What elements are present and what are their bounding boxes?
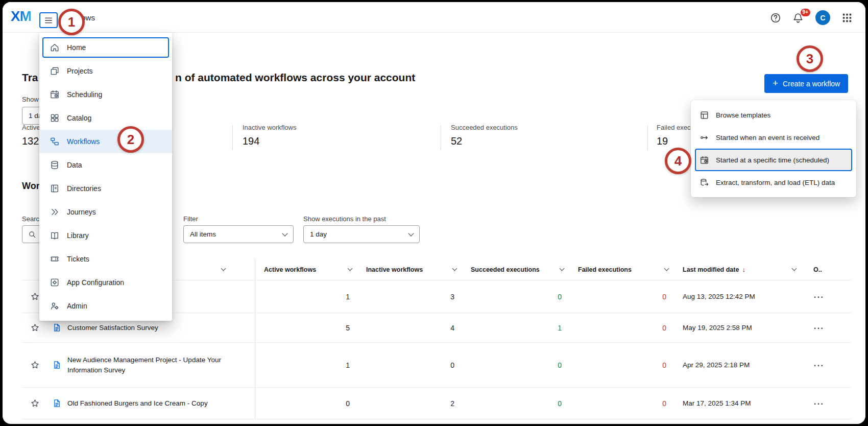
sort-desc-icon: ↓ [742,266,745,273]
journeys-icon [50,207,60,217]
failed-executions-count: 0 [569,388,673,419]
nav-item-library[interactable]: Library [39,224,172,247]
help-button[interactable] [769,11,783,25]
nav-item-home[interactable]: Home [42,37,169,58]
last-modified-date: Aug 13, 2025 12:42 PM [673,280,801,313]
chevron-down-icon [282,230,287,236]
active-workflows-count: 1 [255,343,357,387]
app-configuration-icon [50,277,60,288]
workflow-name[interactable]: Old Fashioned Burgers and Ice Cream - Co… [67,398,208,409]
nav-item-journeys[interactable]: Journeys [39,200,172,224]
favorite-star-icon[interactable] [30,398,40,408]
stat-divider [232,125,233,150]
stat-succeeded-executions: Succeeded executions 52 [451,124,518,147]
admin-icon [50,301,60,311]
nav-item-app-configuration[interactable]: App Configuration [39,271,172,294]
annotation-circle-4: 4 [665,148,691,174]
failed-executions-count: 0 [569,280,673,313]
xm-logo[interactable]: XM [11,8,31,25]
create-option-browse-templates[interactable]: Browse templates [695,104,852,126]
last-modified-date: Apr 29, 2025 2:18 PM [673,343,801,387]
annotation-circle-2: 2 [117,126,144,153]
active-workflows-count: 0 [255,388,357,419]
column-header-last-modified-date[interactable]: Last modified date ↓ [673,259,801,280]
period-select[interactable]: 1 day [303,225,420,243]
global-nav-menu: Home Projects Scheduling Catalog Workflo… [39,33,172,321]
workflow-name[interactable]: New Audience Management Project - Update… [67,355,248,375]
favorite-star-icon[interactable] [30,323,40,333]
catalog-icon [50,113,60,123]
table-row[interactable]: New Audience Management Project - Update… [22,343,851,388]
library-icon [50,230,60,241]
create-option-started-at-a-specific-time-scheduled[interactable]: Started at a specific time (scheduled) [695,149,852,171]
column-header-owner[interactable]: O.. [801,259,851,280]
scheduled-time-icon [700,155,709,165]
account-avatar[interactable]: C [815,10,830,25]
chevron-down-icon [792,266,797,271]
nav-item-workflows[interactable]: Workflows [39,130,172,153]
last-modified-date: May 19, 2025 2:58 PM [673,313,801,342]
notification-badge: 9+ [801,9,810,16]
row-actions-icon[interactable]: ⋯ [813,360,824,370]
nav-item-data[interactable]: Data [39,153,172,177]
chevron-down-icon [408,230,414,236]
favorite-star-icon[interactable] [30,360,40,370]
annotation-circle-1: 1 [58,9,85,35]
favorite-star-icon[interactable] [30,292,40,301]
project-document-icon [52,360,62,370]
row-actions-icon[interactable]: ⋯ [813,292,824,302]
column-header-succeeded-executions[interactable]: Succeeded executions [462,259,569,280]
projects-icon [50,66,60,76]
inactive-workflows-count: 3 [357,280,462,313]
data-icon [50,160,60,170]
create-option-started-when-an-event-is-received[interactable]: Started when an event is received [695,126,852,149]
annotation-circle-3: 3 [797,45,823,72]
nav-item-scheduling[interactable]: Scheduling [39,83,172,106]
column-header-failed-executions[interactable]: Failed executions [569,259,673,280]
nav-item-directories[interactable]: Directories [39,177,172,200]
browse-templates-icon [700,110,709,120]
apps-grid-button[interactable] [841,11,855,25]
nav-item-admin[interactable]: Admin [39,294,172,318]
workflow-name[interactable]: Customer Satisfaction Survey [67,323,158,333]
menu-icon [43,15,54,26]
filter-label: Filter [183,215,198,223]
workflows-icon [50,136,60,147]
search-icon [28,230,37,239]
create-workflow-menu: Browse templates Started when an event i… [691,100,856,197]
stat-divider [441,125,441,150]
app-window: XM Workflows 9+ C Tra n of automated wor… [3,2,865,424]
active-workflows-count: 1 [255,280,357,313]
succeeded-executions-count: 0 [462,388,569,419]
inactive-workflows-count: 2 [357,388,462,419]
chevron-down-icon [560,266,565,271]
row-actions-icon[interactable]: ⋯ [813,323,824,333]
active-workflows-count: 5 [255,313,357,342]
project-document-icon [52,398,62,408]
succeeded-executions-count: 0 [462,343,569,387]
stat-inactive-workflows: Inactive workflows 194 [243,124,296,147]
chevron-down-icon [348,266,353,271]
global-menu-button[interactable] [39,12,58,28]
plus-icon: + [773,78,778,89]
failed-executions-count: 0 [569,343,673,387]
inactive-workflows-count: 4 [357,313,462,342]
inactive-workflows-count: 0 [357,343,462,387]
create-option-extract-transform-and-load-etl-data[interactable]: Extract, transform, and load (ETL) data [695,171,852,194]
tickets-icon [50,254,60,264]
column-header-inactive-workflows[interactable]: Inactive workflows [357,259,462,280]
apps-grid-icon [841,12,853,24]
chevron-down-icon [452,266,457,271]
nav-item-catalog[interactable]: Catalog [39,106,172,130]
nav-item-projects[interactable]: Projects [39,59,172,83]
failed-executions-count: 0 [569,313,673,342]
filter-select[interactable]: All items [183,225,294,243]
create-workflow-button[interactable]: + Create a workflow [764,74,848,93]
notifications-button[interactable]: 9+ [792,11,806,25]
row-actions-icon[interactable]: ⋯ [813,398,824,409]
column-header-active-workflows[interactable]: Active workflows [255,259,357,280]
table-row[interactable]: Old Fashioned Burgers and Ice Cream - Co… [22,388,851,419]
help-icon [769,12,782,24]
event-received-icon [700,133,709,143]
nav-item-tickets[interactable]: Tickets [39,247,172,271]
